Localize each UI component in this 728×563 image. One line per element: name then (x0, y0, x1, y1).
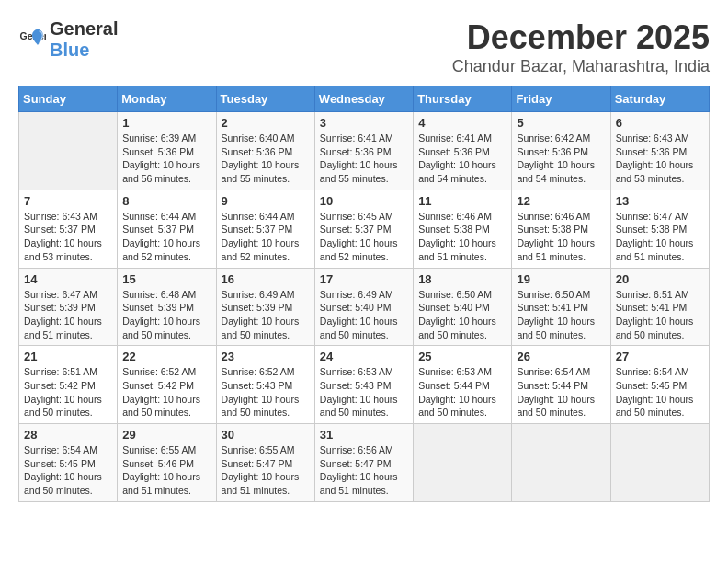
day-info: Sunrise: 6:41 AM Sunset: 5:36 PM Dayligh… (320, 132, 408, 186)
calendar-cell: 3Sunrise: 6:41 AM Sunset: 5:36 PM Daylig… (314, 112, 413, 190)
calendar-cell: 30Sunrise: 6:55 AM Sunset: 5:47 PM Dayli… (216, 424, 314, 502)
day-number: 14 (24, 272, 112, 286)
day-number: 23 (222, 350, 310, 363)
calendar-cell: 7Sunrise: 6:43 AM Sunset: 5:37 PM Daylig… (19, 190, 118, 268)
calendar-cell: 21Sunrise: 6:51 AM Sunset: 5:42 PM Dayli… (19, 346, 118, 424)
calendar-cell: 8Sunrise: 6:44 AM Sunset: 5:37 PM Daylig… (118, 190, 216, 268)
calendar-cell: 23Sunrise: 6:52 AM Sunset: 5:43 PM Dayli… (216, 346, 314, 424)
day-number: 27 (616, 350, 704, 363)
day-number: 18 (418, 272, 506, 286)
day-info: Sunrise: 6:47 AM Sunset: 5:39 PM Dayligh… (24, 288, 112, 342)
day-info: Sunrise: 6:47 AM Sunset: 5:38 PM Dayligh… (616, 210, 704, 264)
page-header: General General Blue December 2025 Chand… (18, 18, 710, 76)
calendar-cell: 19Sunrise: 6:50 AM Sunset: 5:41 PM Dayli… (512, 268, 610, 346)
calendar-cell: 17Sunrise: 6:49 AM Sunset: 5:40 PM Dayli… (314, 268, 413, 346)
calendar-cell: 18Sunrise: 6:50 AM Sunset: 5:40 PM Dayli… (414, 268, 512, 346)
weekday-header: Monday (118, 86, 216, 112)
logo-icon: General (18, 26, 46, 53)
weekday-header: Saturday (610, 86, 709, 112)
day-number: 26 (517, 350, 605, 363)
calendar-cell (512, 424, 610, 502)
title-block: December 2025 Chandur Bazar, Maharashtra… (452, 18, 710, 76)
weekday-header: Sunday (19, 86, 118, 112)
day-info: Sunrise: 6:48 AM Sunset: 5:39 PM Dayligh… (122, 288, 210, 342)
day-number: 9 (222, 194, 310, 208)
calendar-table: SundayMondayTuesdayWednesdayThursdayFrid… (18, 86, 710, 502)
day-number: 4 (418, 116, 506, 130)
day-number: 7 (24, 194, 112, 208)
calendar-cell: 29Sunrise: 6:55 AM Sunset: 5:46 PM Dayli… (118, 424, 216, 502)
day-info: Sunrise: 6:42 AM Sunset: 5:36 PM Dayligh… (517, 132, 605, 186)
calendar-cell: 11Sunrise: 6:46 AM Sunset: 5:38 PM Dayli… (414, 190, 512, 268)
day-info: Sunrise: 6:50 AM Sunset: 5:41 PM Dayligh… (517, 288, 605, 342)
day-info: Sunrise: 6:39 AM Sunset: 5:36 PM Dayligh… (122, 132, 210, 186)
day-number: 25 (418, 350, 506, 363)
calendar-cell: 2Sunrise: 6:40 AM Sunset: 5:36 PM Daylig… (216, 112, 314, 190)
calendar-cell (414, 424, 512, 502)
day-number: 6 (616, 116, 704, 130)
day-info: Sunrise: 6:46 AM Sunset: 5:38 PM Dayligh… (418, 210, 506, 264)
day-number: 29 (122, 428, 210, 442)
day-number: 1 (122, 116, 210, 130)
day-number: 24 (320, 350, 408, 363)
calendar-cell: 14Sunrise: 6:47 AM Sunset: 5:39 PM Dayli… (19, 268, 118, 346)
calendar-cell: 20Sunrise: 6:51 AM Sunset: 5:41 PM Dayli… (610, 268, 709, 346)
calendar-cell: 16Sunrise: 6:49 AM Sunset: 5:39 PM Dayli… (216, 268, 314, 346)
weekday-header: Thursday (414, 86, 512, 112)
day-info: Sunrise: 6:43 AM Sunset: 5:36 PM Dayligh… (616, 132, 704, 186)
day-info: Sunrise: 6:56 AM Sunset: 5:47 PM Dayligh… (320, 443, 408, 498)
day-number: 31 (320, 428, 408, 442)
calendar-week-row: 21Sunrise: 6:51 AM Sunset: 5:42 PM Dayli… (19, 346, 710, 424)
day-number: 19 (517, 272, 605, 286)
calendar-week-row: 28Sunrise: 6:54 AM Sunset: 5:45 PM Dayli… (19, 424, 710, 502)
day-number: 8 (122, 194, 210, 208)
logo: General General Blue (18, 18, 118, 61)
day-number: 20 (616, 272, 704, 286)
day-number: 13 (616, 194, 704, 208)
logo-text: General Blue (50, 18, 118, 61)
day-number: 2 (222, 116, 310, 130)
calendar-cell: 10Sunrise: 6:45 AM Sunset: 5:37 PM Dayli… (314, 190, 413, 268)
day-number: 15 (122, 272, 210, 286)
day-number: 30 (222, 428, 310, 442)
day-info: Sunrise: 6:53 AM Sunset: 5:44 PM Dayligh… (418, 365, 506, 419)
day-number: 5 (517, 116, 605, 130)
day-info: Sunrise: 6:43 AM Sunset: 5:37 PM Dayligh… (24, 210, 112, 264)
calendar-week-row: 1Sunrise: 6:39 AM Sunset: 5:36 PM Daylig… (19, 112, 710, 190)
calendar-cell: 9Sunrise: 6:44 AM Sunset: 5:37 PM Daylig… (216, 190, 314, 268)
day-number: 12 (517, 194, 605, 208)
calendar-cell: 24Sunrise: 6:53 AM Sunset: 5:43 PM Dayli… (314, 346, 413, 424)
day-info: Sunrise: 6:53 AM Sunset: 5:43 PM Dayligh… (320, 365, 408, 419)
calendar-cell: 6Sunrise: 6:43 AM Sunset: 5:36 PM Daylig… (610, 112, 709, 190)
day-info: Sunrise: 6:54 AM Sunset: 5:45 PM Dayligh… (616, 365, 704, 419)
day-number: 21 (24, 350, 112, 363)
day-number: 10 (320, 194, 408, 208)
day-info: Sunrise: 6:55 AM Sunset: 5:47 PM Dayligh… (222, 443, 310, 498)
day-info: Sunrise: 6:50 AM Sunset: 5:40 PM Dayligh… (418, 288, 506, 342)
calendar-cell: 25Sunrise: 6:53 AM Sunset: 5:44 PM Dayli… (414, 346, 512, 424)
calendar-cell (19, 112, 118, 190)
calendar-cell: 12Sunrise: 6:46 AM Sunset: 5:38 PM Dayli… (512, 190, 610, 268)
calendar-cell: 5Sunrise: 6:42 AM Sunset: 5:36 PM Daylig… (512, 112, 610, 190)
day-number: 16 (222, 272, 310, 286)
calendar-cell: 1Sunrise: 6:39 AM Sunset: 5:36 PM Daylig… (118, 112, 216, 190)
calendar-cell: 4Sunrise: 6:41 AM Sunset: 5:36 PM Daylig… (414, 112, 512, 190)
weekday-header: Tuesday (216, 86, 314, 112)
day-number: 11 (418, 194, 506, 208)
day-number: 3 (320, 116, 408, 130)
calendar-cell: 15Sunrise: 6:48 AM Sunset: 5:39 PM Dayli… (118, 268, 216, 346)
day-info: Sunrise: 6:49 AM Sunset: 5:40 PM Dayligh… (320, 288, 408, 342)
calendar-week-row: 7Sunrise: 6:43 AM Sunset: 5:37 PM Daylig… (19, 190, 710, 268)
calendar-cell: 31Sunrise: 6:56 AM Sunset: 5:47 PM Dayli… (314, 424, 413, 502)
calendar-cell: 26Sunrise: 6:54 AM Sunset: 5:44 PM Dayli… (512, 346, 610, 424)
day-info: Sunrise: 6:51 AM Sunset: 5:41 PM Dayligh… (616, 288, 704, 342)
day-info: Sunrise: 6:54 AM Sunset: 5:45 PM Dayligh… (24, 443, 112, 498)
day-number: 17 (320, 272, 408, 286)
day-info: Sunrise: 6:54 AM Sunset: 5:44 PM Dayligh… (517, 365, 605, 419)
calendar-cell: 28Sunrise: 6:54 AM Sunset: 5:45 PM Dayli… (19, 424, 118, 502)
day-number: 28 (24, 428, 112, 442)
day-info: Sunrise: 6:52 AM Sunset: 5:42 PM Dayligh… (122, 365, 210, 419)
location-title: Chandur Bazar, Maharashtra, India (452, 57, 710, 76)
day-info: Sunrise: 6:41 AM Sunset: 5:36 PM Dayligh… (418, 132, 506, 186)
day-info: Sunrise: 6:52 AM Sunset: 5:43 PM Dayligh… (222, 365, 310, 419)
